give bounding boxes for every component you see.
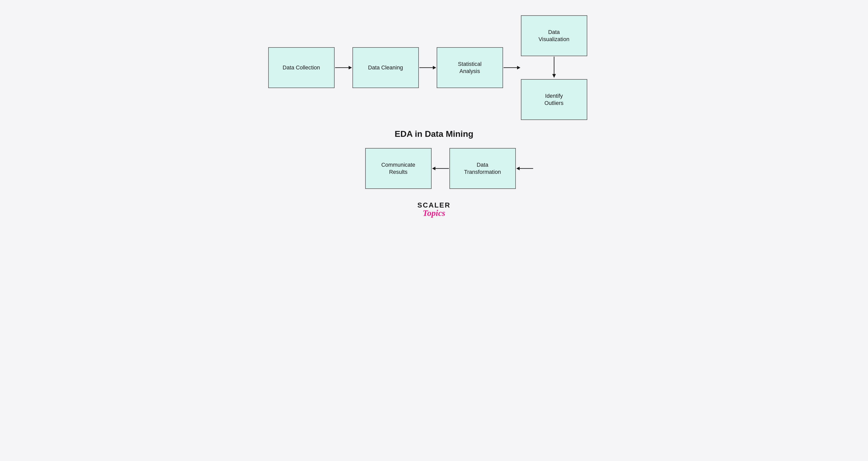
- svg-marker-15: [517, 66, 520, 69]
- node-communicate-2-label: CommunicateResults: [381, 161, 415, 176]
- arrow-1: [335, 64, 352, 71]
- node-identify-2: IdentifyOutliers: [521, 79, 587, 120]
- svg-marker-19: [432, 167, 435, 170]
- arrow-down-viz-to-identify: [550, 56, 558, 79]
- svg-marker-21: [516, 167, 520, 170]
- arrow-2: [419, 64, 437, 71]
- node-data-collection-2: Data Collection: [268, 47, 335, 88]
- node-statistical-2-label: StatisticalAnalysis: [458, 61, 482, 75]
- row-1: Data Collection Data Cleaning Statistica…: [268, 15, 600, 120]
- node-identify-2-label: IdentifyOutliers: [545, 92, 563, 107]
- arrow-5: [516, 165, 534, 172]
- arrow-4: [432, 165, 450, 172]
- flow-area: Data Collection Data Cleaning Statistica…: [268, 15, 600, 189]
- main-wrapper: Data Collection Data Cleaning Statistica…: [268, 15, 600, 218]
- logo-topics-2: Topics: [417, 209, 451, 218]
- node-data-transform-2: DataTransformation: [450, 148, 516, 189]
- node-data-transform-2-label: DataTransformation: [464, 161, 501, 176]
- viz-column: DataVisualization IdentifyOutliers: [521, 15, 587, 120]
- svg-marker-11: [349, 66, 352, 69]
- arrow-3: [503, 64, 521, 71]
- node-data-viz-2: DataVisualization: [521, 15, 587, 56]
- svg-marker-13: [433, 66, 436, 69]
- diagram-title-2: EDA in Data Mining: [268, 129, 600, 139]
- logo-scaler-2: SCALER: [417, 202, 451, 209]
- node-communicate-2: CommunicateResults: [365, 148, 432, 189]
- svg-marker-17: [552, 74, 556, 78]
- node-data-viz-2-label: DataVisualization: [538, 29, 569, 43]
- node-data-cleaning-2-label: Data Cleaning: [368, 64, 403, 71]
- row-2: CommunicateResults DataTransformation: [268, 148, 600, 189]
- logo-wrapper: SCALER Topics: [417, 202, 451, 218]
- node-data-cleaning-2: Data Cleaning: [352, 47, 419, 88]
- node-data-collection-2-label: Data Collection: [282, 64, 320, 71]
- node-statistical-2: StatisticalAnalysis: [437, 47, 503, 88]
